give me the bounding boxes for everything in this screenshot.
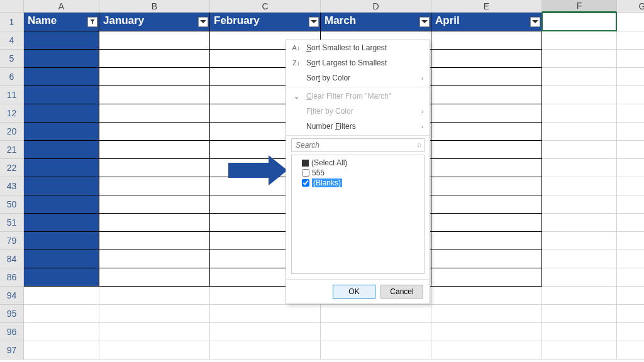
cell[interactable] — [99, 104, 210, 123]
cell[interactable] — [99, 86, 210, 104]
cell[interactable] — [542, 214, 617, 232]
column-header-G[interactable]: G — [617, 0, 644, 13]
cell[interactable] — [99, 195, 210, 214]
cell[interactable] — [24, 31, 99, 50]
cell[interactable] — [542, 287, 617, 305]
row-header[interactable]: 97 — [0, 341, 24, 359]
row-header[interactable]: 51 — [0, 214, 24, 232]
filter-dropdown-button[interactable] — [87, 17, 97, 27]
cell[interactable] — [24, 177, 99, 195]
cell[interactable] — [99, 141, 210, 159]
cell[interactable] — [24, 268, 99, 287]
cell[interactable] — [542, 177, 617, 195]
cell[interactable] — [99, 159, 210, 177]
cell[interactable] — [431, 287, 542, 305]
row-header[interactable]: 86 — [0, 268, 24, 287]
cell[interactable] — [617, 195, 644, 214]
filter-dropdown-button[interactable] — [419, 17, 430, 27]
cell[interactable] — [542, 341, 617, 359]
cell[interactable] — [542, 123, 617, 141]
cell[interactable] — [24, 159, 99, 177]
cell[interactable] — [617, 287, 644, 305]
cell[interactable] — [431, 177, 542, 195]
cell[interactable] — [24, 214, 99, 232]
cell[interactable] — [542, 68, 617, 86]
cell[interactable] — [617, 250, 644, 268]
filter-item-blanks[interactable]: (Blanks) — [302, 178, 421, 188]
cell[interactable] — [542, 323, 617, 341]
checkbox[interactable] — [302, 179, 309, 187]
cell[interactable] — [617, 268, 644, 287]
cell[interactable] — [99, 214, 210, 232]
cell[interactable] — [24, 50, 99, 68]
cell[interactable] — [617, 341, 644, 359]
sort-by-color[interactable]: Sort by Color › — [286, 70, 430, 85]
cell[interactable] — [542, 159, 617, 177]
cell[interactable] — [99, 31, 210, 50]
cell[interactable] — [431, 68, 542, 86]
row-header[interactable]: 11 — [0, 86, 24, 104]
cell[interactable] — [24, 341, 99, 359]
cell[interactable] — [24, 323, 99, 341]
cell[interactable] — [99, 68, 210, 86]
cell[interactable] — [210, 341, 321, 359]
sort-ascending[interactable]: A↓ Sort Smallest to Largest — [286, 40, 430, 55]
column-header-E[interactable]: E — [431, 0, 542, 13]
checkbox[interactable] — [302, 169, 309, 177]
cell[interactable] — [24, 250, 99, 268]
cell[interactable] — [617, 86, 644, 104]
cell[interactable] — [542, 141, 617, 159]
row-header[interactable]: 43 — [0, 177, 24, 195]
cell[interactable] — [210, 323, 321, 341]
cancel-button[interactable]: Cancel — [380, 285, 423, 299]
cell[interactable] — [617, 31, 644, 50]
cell[interactable] — [24, 68, 99, 86]
cell[interactable] — [617, 141, 644, 159]
cell[interactable] — [617, 104, 644, 123]
cell[interactable] — [431, 141, 542, 159]
cell[interactable]: January — [99, 13, 210, 31]
cell[interactable] — [542, 13, 617, 31]
cell[interactable] — [542, 232, 617, 250]
cell[interactable] — [24, 232, 99, 250]
cell[interactable] — [542, 195, 617, 214]
row-header[interactable]: 21 — [0, 141, 24, 159]
cell[interactable] — [542, 305, 617, 323]
cell[interactable] — [542, 50, 617, 68]
filter-search-input[interactable] — [291, 138, 425, 152]
cell[interactable] — [431, 31, 542, 50]
cell[interactable] — [24, 305, 99, 323]
cell[interactable] — [617, 232, 644, 250]
row-header[interactable]: 12 — [0, 104, 24, 123]
cell[interactable] — [321, 341, 431, 359]
cell[interactable] — [431, 50, 542, 68]
cell[interactable] — [431, 86, 542, 104]
cell[interactable] — [617, 305, 644, 323]
cell[interactable] — [617, 177, 644, 195]
row-header[interactable]: 4 — [0, 31, 24, 50]
cell[interactable]: April — [431, 13, 542, 31]
filter-item-select-all[interactable]: (Select All) — [302, 158, 421, 168]
ok-button[interactable]: OK — [333, 285, 375, 299]
cell[interactable] — [99, 341, 210, 359]
cell[interactable] — [210, 305, 321, 323]
cell[interactable] — [99, 50, 210, 68]
cell[interactable] — [321, 305, 431, 323]
cell[interactable] — [431, 323, 542, 341]
cell[interactable] — [542, 250, 617, 268]
filter-dropdown-button[interactable] — [198, 17, 208, 27]
row-header[interactable]: 95 — [0, 305, 24, 323]
row-header[interactable]: 20 — [0, 123, 24, 141]
cell[interactable] — [99, 287, 210, 305]
cell[interactable] — [24, 287, 99, 305]
cell[interactable] — [99, 250, 210, 268]
cell[interactable] — [617, 50, 644, 68]
cell[interactable] — [542, 104, 617, 123]
cell[interactable] — [431, 195, 542, 214]
select-all-corner[interactable] — [0, 0, 24, 13]
row-header[interactable]: 84 — [0, 250, 24, 268]
cell[interactable] — [617, 159, 644, 177]
cell[interactable] — [24, 104, 99, 123]
cell[interactable]: March — [321, 13, 431, 31]
cell[interactable] — [24, 141, 99, 159]
